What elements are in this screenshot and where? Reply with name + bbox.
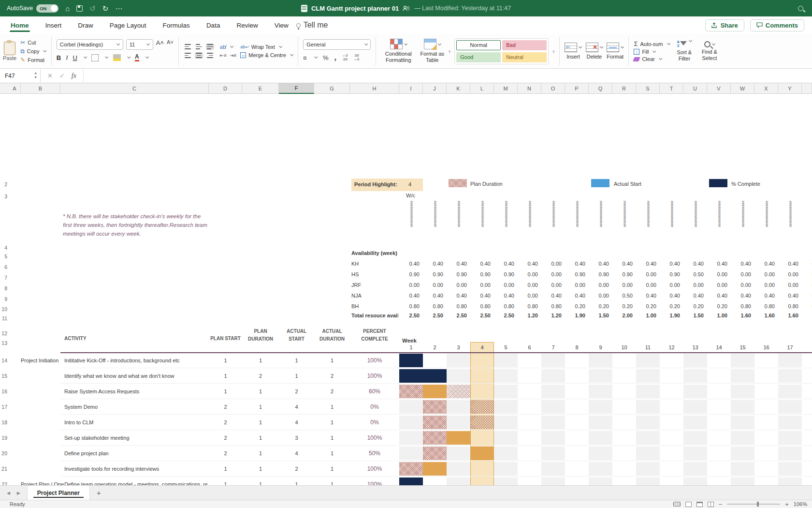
actual-start-cell[interactable]: 3 [279,435,314,441]
availability-value[interactable]: 0.90 [589,271,609,277]
gantt-bar-navy[interactable] [399,478,423,485]
actual-start-cell[interactable]: 2 [279,388,314,394]
save-icon[interactable] [76,5,83,12]
availability-value[interactable]: 0.80 [754,303,775,309]
decrease-indent-button[interactable]: ⇤≡ [220,53,227,58]
actual-duration-cell[interactable]: 1 [314,450,350,456]
activity-cell[interactable]: System Demo [64,404,98,410]
column-header-T[interactable]: T [660,83,683,94]
availability-value[interactable]: 0.40 [754,293,775,299]
column-header-W[interactable]: W [731,83,754,94]
formula-input[interactable] [84,69,812,83]
row-header-5[interactable]: 5 [0,254,9,259]
gantt-bar-rose[interactable] [423,416,447,429]
align-right-button[interactable] [206,52,214,59]
plan-start-cell[interactable]: 1 [209,373,242,379]
number-format-select[interactable]: General [303,39,371,50]
group-label[interactable]: Project Plan / Ope [21,481,64,485]
zoom-out-button[interactable]: − [719,501,723,508]
actual-duration-cell[interactable]: 1 [314,419,350,425]
plan-duration-cell[interactable]: 1 [242,388,279,394]
keyboard-settings-icon[interactable] [673,502,681,507]
column-header-J[interactable]: J [423,83,447,94]
plan-duration-cell[interactable]: 1 [242,404,279,410]
increase-decimal-button[interactable]: ←0.00 [342,54,348,62]
availability-value[interactable]: 0.40 [565,293,585,299]
fill-button[interactable]: ↓Fill [634,49,670,55]
availability-value[interactable]: 0.40 [470,293,491,299]
total-resource-value[interactable]: 1.00 [707,313,727,318]
plan-start-cell[interactable]: 1 [209,466,242,472]
availability-value[interactable]: 0.40 [470,261,491,267]
group-label[interactable]: Project Initiation [21,358,64,363]
clear-button[interactable]: Clear [634,56,670,62]
plan-start-cell[interactable]: 1 [209,388,242,394]
format-painter-button[interactable]: ✎Format [20,57,46,63]
column-header-partial[interactable] [802,83,812,94]
availability-value[interactable]: 0.00 [754,271,775,277]
column-header-N[interactable]: N [518,83,541,94]
row-header-9[interactable]: 9 [0,296,9,302]
column-header-I[interactable]: I [399,83,423,94]
availability-value[interactable]: 0.40 [802,293,812,299]
activity-cell[interactable]: Investigate tools for recording intervie… [64,466,159,472]
undo-icon[interactable]: ↺ [89,5,96,12]
decrease-decimal-button[interactable]: .00→0 [354,54,360,62]
availability-value[interactable]: 0.40 [494,293,514,299]
tab-page-layout[interactable]: Page Layout [109,18,147,33]
availability-value[interactable]: 0.00 [589,282,609,288]
availability-value[interactable]: 0.40 [802,261,812,267]
column-header-X[interactable]: X [754,83,778,94]
week-number-16[interactable]: 16 [754,344,778,350]
availability-value[interactable]: 0.00 [754,282,775,288]
tab-data[interactable]: Data [205,18,221,33]
availability-value[interactable]: 0.40 [660,293,680,299]
availability-value[interactable]: 0.00 [589,293,609,299]
total-resource-value[interactable]: 1.60 [778,313,798,318]
activity-cell[interactable]: Define team operation model - meetings, … [64,481,207,485]
availability-value[interactable]: 0.80 [470,303,491,309]
total-resource-value[interactable]: 1.60 [802,313,812,318]
availability-row-label[interactable]: BH [351,303,359,309]
plan-start-cell[interactable]: 1 [209,481,242,485]
gantt-bar-rose[interactable] [399,462,423,476]
plan-start-cell[interactable]: 2 [209,450,242,456]
actual-start-cell[interactable]: 4 [279,419,314,425]
week-number-10[interactable]: 10 [612,344,636,350]
merge-centre-button[interactable]: ↔Merge & Centre [240,52,293,58]
total-resource-value[interactable]: 2.50 [447,313,467,318]
percent-complete-cell[interactable]: 50% [350,450,399,457]
row-header-4[interactable]: 4 [0,245,9,251]
availability-value[interactable]: 0.80 [541,303,562,309]
activity-cell[interactable]: Identify what we know and what we don't … [64,373,174,379]
cell-style-normal[interactable]: Normal [456,40,501,50]
availability-value[interactable]: 0.90 [399,271,420,277]
tell-me-control[interactable]: Tell me [296,21,328,30]
gantt-bar-rose[interactable] [470,416,494,429]
accounting-format-button[interactable]: ¤ [303,54,306,61]
format-cells-button[interactable]: Format [607,43,624,60]
availability-value[interactable]: 0.40 [707,261,727,267]
column-header-E[interactable]: E [242,83,279,94]
week-number-8[interactable]: 8 [565,344,589,350]
availability-title[interactable]: Availability (week) [351,250,397,256]
row-header-2[interactable]: 2 [0,181,9,187]
gantt-bar-orange[interactable] [423,385,447,398]
column-header-S[interactable]: S [636,83,660,94]
wrap-text-button[interactable]: ab↩Wrap Text [240,44,293,50]
availability-value[interactable]: 0.80 [518,303,538,309]
gantt-bar-rose-light[interactable] [447,385,470,398]
plan-duration-cell[interactable]: 1 [242,466,279,472]
period-highlight-value[interactable]: 4 [408,181,411,187]
availability-value[interactable]: 0.80 [778,303,798,309]
total-resource-value[interactable]: 1.90 [660,313,680,318]
availability-value[interactable]: 0.00 [399,282,420,288]
autosave-toggle[interactable]: AutoSave ON [7,4,58,13]
availability-row-label[interactable]: JRF [351,282,361,288]
name-box[interactable]: F47▲▼ [0,69,41,83]
availability-value[interactable]: 0.40 [541,293,562,299]
borders-button[interactable] [91,54,99,61]
align-top-button[interactable] [184,44,192,50]
column-header-R[interactable]: R [612,83,636,94]
week-number-13[interactable]: 13 [683,344,707,350]
